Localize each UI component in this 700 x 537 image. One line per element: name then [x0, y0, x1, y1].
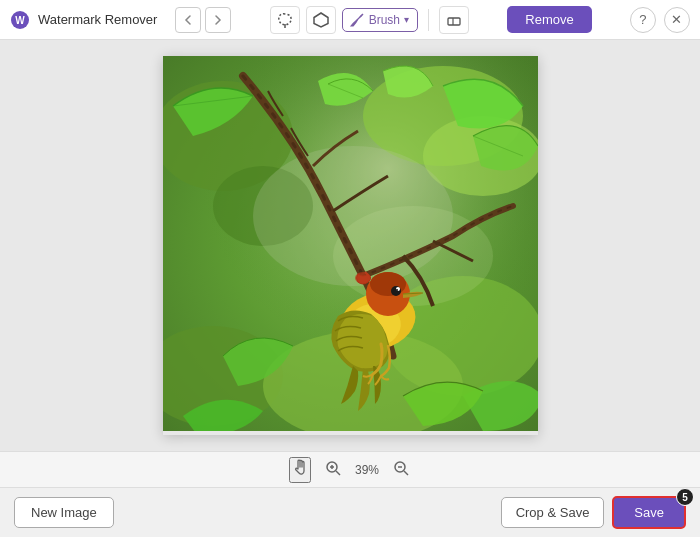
zoom-out-button[interactable]	[391, 460, 411, 480]
lasso-icon	[276, 11, 294, 29]
svg-text:W: W	[15, 15, 25, 26]
brush-icon	[349, 12, 365, 28]
help-icon: ?	[639, 12, 646, 27]
polygon-icon	[312, 11, 330, 29]
svg-line-4	[360, 14, 363, 17]
svg-point-19	[355, 272, 371, 284]
svg-point-26	[396, 289, 398, 291]
new-image-button[interactable]: New Image	[14, 497, 114, 528]
lasso-tool-button[interactable]	[270, 6, 300, 34]
hand-tool-button[interactable]	[289, 457, 311, 483]
image-container	[163, 56, 538, 435]
toolbar-divider	[428, 9, 429, 31]
title-left: W Watermark Remover	[10, 7, 231, 33]
zoom-in-icon	[325, 460, 341, 476]
save-badge: 5	[676, 488, 694, 506]
zoom-level: 39%	[355, 463, 379, 477]
eraser-tool-button[interactable]	[439, 6, 469, 34]
brush-dropdown[interactable]: Brush ▾	[342, 8, 418, 32]
nav-back-button[interactable]	[175, 7, 201, 33]
status-bar: 39%	[0, 451, 700, 487]
title-right: ? ✕	[630, 7, 690, 33]
app-logo-icon: W	[10, 10, 30, 30]
hand-icon	[291, 459, 309, 477]
remove-button[interactable]: Remove	[507, 6, 591, 33]
title-bar: W Watermark Remover	[0, 0, 700, 40]
forward-arrow-icon	[212, 14, 224, 26]
zoom-out-icon	[393, 460, 409, 476]
help-button[interactable]: ?	[630, 7, 656, 33]
toolbar-center: Brush ▾	[270, 6, 469, 34]
bird-image	[163, 56, 538, 431]
footer-right: Crop & Save Save 5	[501, 496, 686, 529]
brush-chevron-icon: ▾	[404, 14, 409, 25]
close-button[interactable]: ✕	[664, 7, 690, 33]
title-nav	[175, 7, 231, 33]
canvas-area	[0, 40, 700, 451]
eraser-icon	[445, 11, 463, 29]
close-icon: ✕	[671, 12, 682, 27]
save-button[interactable]: Save	[612, 496, 686, 529]
app-title: Watermark Remover	[38, 12, 157, 27]
footer: New Image Crop & Save Save 5	[0, 487, 700, 537]
zoom-in-button[interactable]	[323, 460, 343, 480]
svg-line-35	[404, 471, 408, 475]
polygon-tool-button[interactable]	[306, 6, 336, 34]
nav-forward-button[interactable]	[205, 7, 231, 33]
svg-rect-5	[448, 18, 460, 25]
crop-save-button[interactable]: Crop & Save	[501, 497, 605, 528]
svg-line-32	[336, 471, 340, 475]
svg-marker-3	[314, 13, 328, 27]
svg-point-24	[391, 286, 401, 296]
back-arrow-icon	[182, 14, 194, 26]
brush-label: Brush	[369, 13, 400, 27]
